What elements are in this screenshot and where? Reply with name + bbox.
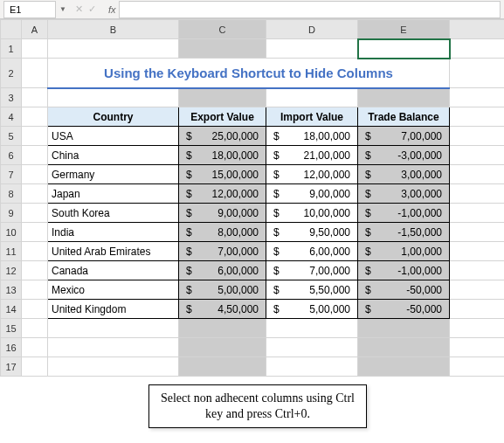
cell[interactable] bbox=[266, 319, 358, 338]
balance-cell[interactable]: $-1,00,000 bbox=[358, 261, 450, 280]
country-cell[interactable]: India bbox=[48, 223, 179, 242]
import-cell[interactable]: $12,00,000 bbox=[266, 165, 358, 184]
table-header-export[interactable]: Export Value bbox=[179, 107, 266, 127]
cell[interactable] bbox=[179, 357, 266, 377]
row-header[interactable]: 4 bbox=[1, 107, 22, 127]
import-cell[interactable]: $18,00,000 bbox=[266, 127, 358, 146]
balance-cell[interactable]: $3,00,000 bbox=[358, 165, 450, 184]
cell[interactable] bbox=[48, 39, 179, 59]
cell[interactable] bbox=[450, 146, 505, 165]
cell[interactable] bbox=[22, 204, 48, 223]
import-cell[interactable]: $5,00,000 bbox=[266, 300, 358, 319]
cell[interactable] bbox=[450, 59, 505, 88]
cell[interactable] bbox=[22, 242, 48, 261]
import-cell[interactable]: $6,00,000 bbox=[266, 242, 358, 261]
export-cell[interactable]: $25,00,000 bbox=[179, 127, 266, 146]
cell[interactable] bbox=[22, 107, 48, 127]
name-box[interactable]: E1 bbox=[3, 1, 56, 18]
row-header[interactable]: 5 bbox=[1, 127, 22, 146]
cell[interactable] bbox=[22, 261, 48, 280]
balance-cell[interactable]: $7,00,000 bbox=[358, 127, 450, 146]
cell[interactable] bbox=[179, 338, 266, 357]
import-cell[interactable]: $9,50,000 bbox=[266, 223, 358, 242]
cell[interactable] bbox=[450, 204, 505, 223]
cell[interactable] bbox=[450, 300, 505, 319]
cell[interactable] bbox=[358, 319, 450, 338]
balance-cell[interactable]: $-1,50,000 bbox=[358, 223, 450, 242]
country-cell[interactable]: United Kingdom bbox=[48, 300, 179, 319]
export-cell[interactable]: $18,00,000 bbox=[179, 146, 266, 165]
row-header[interactable]: 12 bbox=[1, 261, 22, 280]
country-cell[interactable]: Canada bbox=[48, 261, 179, 280]
row-header[interactable]: 11 bbox=[1, 242, 22, 261]
spreadsheet-grid[interactable]: A B C D E 1 2 Using the Keyboard Shortcu… bbox=[0, 19, 504, 377]
balance-cell[interactable]: $-50,000 bbox=[358, 280, 450, 300]
balance-cell[interactable]: $1,00,000 bbox=[358, 242, 450, 261]
country-cell[interactable]: South Korea bbox=[48, 204, 179, 223]
export-cell[interactable]: $6,00,000 bbox=[179, 261, 266, 280]
cell[interactable] bbox=[450, 88, 505, 107]
balance-cell[interactable]: $-1,00,000 bbox=[358, 204, 450, 223]
country-cell[interactable]: China bbox=[48, 146, 179, 165]
cell[interactable] bbox=[22, 280, 48, 300]
row-header[interactable]: 10 bbox=[1, 223, 22, 242]
col-header-a[interactable]: A bbox=[22, 20, 48, 39]
cell[interactable] bbox=[22, 88, 48, 107]
export-cell[interactable]: $9,00,000 bbox=[179, 204, 266, 223]
col-header-c[interactable]: C bbox=[179, 20, 266, 39]
col-header-e[interactable]: E bbox=[358, 20, 450, 39]
row-header[interactable]: 1 bbox=[1, 39, 22, 59]
sheet-title[interactable]: Using the Keyboard Shortcut to Hide Colu… bbox=[48, 59, 450, 88]
cell[interactable] bbox=[22, 127, 48, 146]
cell[interactable] bbox=[48, 88, 179, 107]
cell[interactable] bbox=[358, 357, 450, 377]
cell[interactable] bbox=[450, 127, 505, 146]
name-box-dropdown-icon[interactable]: ▼ bbox=[59, 5, 66, 13]
row-header[interactable]: 14 bbox=[1, 300, 22, 319]
cell[interactable] bbox=[179, 319, 266, 338]
balance-cell[interactable]: $-50,000 bbox=[358, 300, 450, 319]
cell[interactable] bbox=[22, 300, 48, 319]
import-cell[interactable]: $10,00,000 bbox=[266, 204, 358, 223]
export-cell[interactable]: $4,50,000 bbox=[179, 300, 266, 319]
export-cell[interactable]: $5,00,000 bbox=[179, 280, 266, 300]
export-cell[interactable]: $15,00,000 bbox=[179, 165, 266, 184]
cell[interactable] bbox=[450, 338, 505, 357]
cell[interactable] bbox=[358, 88, 450, 107]
cell[interactable] bbox=[179, 39, 266, 59]
table-header-balance[interactable]: Trade Balance bbox=[358, 107, 450, 127]
export-cell[interactable]: $8,00,000 bbox=[179, 223, 266, 242]
col-header-b[interactable]: B bbox=[48, 20, 179, 39]
row-header[interactable]: 3 bbox=[1, 88, 22, 107]
cell[interactable] bbox=[22, 338, 48, 357]
table-header-import[interactable]: Import Value bbox=[266, 107, 358, 127]
cell[interactable] bbox=[22, 319, 48, 338]
country-cell[interactable]: Mexico bbox=[48, 280, 179, 300]
cancel-icon[interactable]: ✕ bbox=[75, 3, 83, 15]
import-cell[interactable]: $9,00,000 bbox=[266, 184, 358, 204]
cell[interactable] bbox=[450, 242, 505, 261]
country-cell[interactable]: USA bbox=[48, 127, 179, 146]
cell[interactable] bbox=[48, 338, 179, 357]
col-header-d[interactable]: D bbox=[266, 20, 358, 39]
cell[interactable] bbox=[450, 223, 505, 242]
cell[interactable] bbox=[48, 357, 179, 377]
country-cell[interactable]: Germany bbox=[48, 165, 179, 184]
import-cell[interactable]: $21,00,000 bbox=[266, 146, 358, 165]
select-all-corner[interactable] bbox=[1, 20, 22, 39]
cell[interactable] bbox=[22, 59, 48, 88]
cell[interactable] bbox=[22, 184, 48, 204]
country-cell[interactable]: United Arab Emirates bbox=[48, 242, 179, 261]
row-header[interactable]: 15 bbox=[1, 319, 22, 338]
export-cell[interactable]: $12,00,000 bbox=[179, 184, 266, 204]
row-header[interactable]: 16 bbox=[1, 338, 22, 357]
cell[interactable] bbox=[358, 338, 450, 357]
cell[interactable] bbox=[22, 165, 48, 184]
cell[interactable] bbox=[22, 39, 48, 59]
cell[interactable] bbox=[266, 357, 358, 377]
cell[interactable] bbox=[48, 319, 179, 338]
balance-cell[interactable]: $3,00,000 bbox=[358, 184, 450, 204]
row-header[interactable]: 2 bbox=[1, 59, 22, 88]
country-cell[interactable]: Japan bbox=[48, 184, 179, 204]
row-header[interactable]: 17 bbox=[1, 357, 22, 377]
